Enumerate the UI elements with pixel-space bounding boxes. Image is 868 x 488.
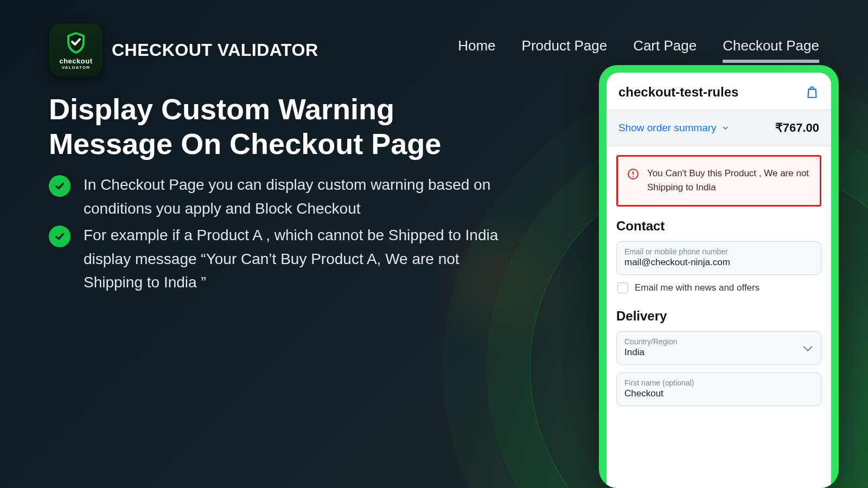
bullet-text: In Checkout Page you can display custom … — [84, 173, 505, 220]
checkout-warning-alert: You Can't Buy this Product , We are not … — [616, 155, 821, 207]
feature-bullets: In Checkout Page you can display custom … — [49, 173, 505, 294]
country-select[interactable]: Country/Region India — [616, 331, 821, 365]
order-summary-label: Show order summary — [618, 122, 717, 134]
nav-cart-page[interactable]: Cart Page — [633, 37, 697, 63]
first-name-label: First name (optional) — [624, 378, 813, 387]
email-label: Email or mobile phone number — [624, 247, 813, 256]
shield-check-icon — [63, 30, 89, 56]
contact-heading: Contact — [616, 219, 821, 234]
shopping-bag-icon[interactable] — [805, 85, 819, 99]
bullet-item: For example if a Product A , which canno… — [49, 223, 505, 294]
app-logo: checkout VALDATOR — [49, 23, 103, 77]
store-name: checkout-test-rules — [618, 85, 738, 100]
order-summary-toggle[interactable]: Show order summary ₹767.00 — [607, 110, 831, 146]
top-nav: Home Product Page Cart Page Checkout Pag… — [458, 37, 819, 63]
nav-home[interactable]: Home — [458, 37, 495, 63]
order-total: ₹767.00 — [775, 121, 819, 135]
country-label: Country/Region — [624, 337, 813, 346]
svg-point-1 — [633, 176, 634, 177]
bullet-item: In Checkout Page you can display custom … — [49, 173, 505, 220]
brand-title: CHECKOUT VALIDATOR — [112, 40, 318, 60]
news-offers-row[interactable]: Email me with news and offers — [617, 282, 821, 293]
news-offers-label: Email me with news and offers — [635, 282, 760, 293]
alert-circle-icon — [627, 168, 640, 181]
check-circle-icon — [49, 175, 71, 197]
page-headline: Display Custom Warning Message On Checko… — [49, 92, 505, 161]
nav-product-page[interactable]: Product Page — [522, 37, 608, 63]
store-header: checkout-test-rules — [607, 73, 831, 110]
checkout-preview: checkout-test-rules Show order summary ₹… — [599, 65, 839, 488]
chevron-down-icon — [721, 124, 730, 132]
checkbox-icon[interactable] — [617, 282, 628, 293]
first-name-value: Checkout — [624, 388, 813, 399]
delivery-heading: Delivery — [616, 309, 821, 324]
first-name-field[interactable]: First name (optional) Checkout — [616, 373, 821, 406]
nav-checkout-page[interactable]: Checkout Page — [723, 37, 819, 63]
logo-word-1: checkout — [59, 57, 92, 65]
country-value: India — [624, 347, 813, 358]
bullet-text: For example if a Product A , which canno… — [84, 223, 505, 294]
alert-message: You Can't Buy this Product , We are not … — [647, 166, 811, 195]
logo-word-2: VALDATOR — [62, 65, 91, 70]
email-field[interactable]: Email or mobile phone number mail@checko… — [616, 241, 821, 275]
email-value: mail@checkout-ninja.com — [624, 257, 813, 268]
check-circle-icon — [49, 226, 71, 247]
